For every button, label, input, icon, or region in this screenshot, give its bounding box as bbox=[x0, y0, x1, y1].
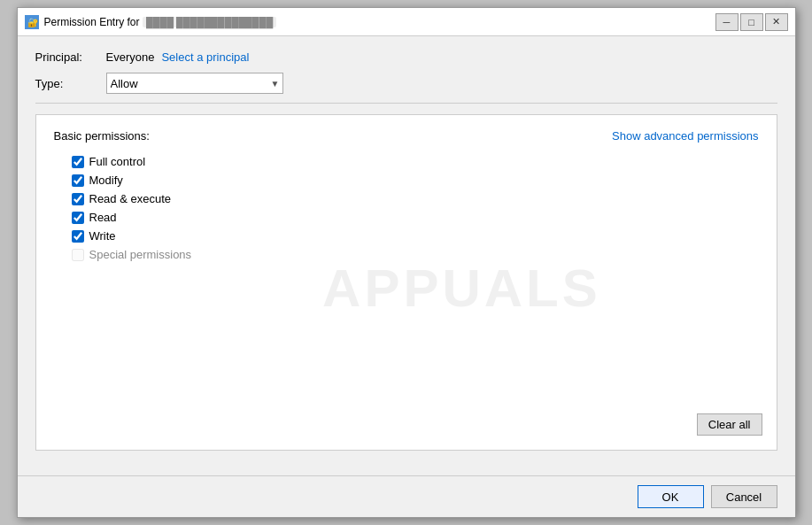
readexecute-label: Read & execute bbox=[89, 192, 172, 205]
close-button[interactable]: ✕ bbox=[765, 13, 788, 31]
write-label: Write bbox=[89, 229, 116, 243]
checkbox-fullcontrol[interactable]: Full control bbox=[72, 155, 759, 168]
permissions-header: Basic permissions: Show advanced permiss… bbox=[54, 129, 759, 143]
write-checkbox[interactable] bbox=[72, 230, 84, 243]
read-checkbox[interactable] bbox=[72, 212, 84, 224]
permissions-section: Basic permissions: Show advanced permiss… bbox=[35, 114, 777, 451]
type-label: Type: bbox=[35, 77, 106, 90]
dialog-footer: OK Cancel bbox=[18, 475, 795, 517]
section-divider bbox=[35, 103, 777, 104]
title-bar-text: Permission Entry for ████ ██████████████ bbox=[44, 16, 715, 28]
checkbox-modify[interactable]: Modify bbox=[72, 174, 759, 187]
minimize-button[interactable]: ─ bbox=[715, 13, 739, 31]
fullcontrol-checkbox[interactable] bbox=[72, 156, 84, 168]
principal-row: Principal: Everyone Select a principal bbox=[35, 50, 777, 64]
modify-label: Modify bbox=[89, 174, 123, 187]
watermark: APPUALS bbox=[322, 258, 601, 319]
title-bar-controls: ─ □ ✕ bbox=[715, 13, 788, 31]
fullcontrol-label: Full control bbox=[89, 155, 146, 168]
title-bar: 🔐 Permission Entry for ████ ████████████… bbox=[18, 8, 795, 36]
readexecute-checkbox[interactable] bbox=[72, 193, 84, 205]
maximize-button[interactable]: □ bbox=[740, 13, 763, 31]
permissions-title: Basic permissions: bbox=[54, 129, 150, 143]
special-label: Special permissions bbox=[89, 248, 192, 261]
read-label: Read bbox=[89, 211, 117, 224]
select-principal-link[interactable]: Select a principal bbox=[161, 50, 249, 64]
checkbox-readexecute[interactable]: Read & execute bbox=[72, 192, 759, 205]
cancel-button[interactable]: Cancel bbox=[711, 485, 777, 508]
principal-value: Everyone bbox=[106, 50, 155, 64]
dialog-window: 🔐 Permission Entry for ████ ████████████… bbox=[17, 7, 796, 518]
blurred-title: ████ ██████████████ bbox=[143, 17, 276, 27]
modify-checkbox[interactable] bbox=[72, 174, 84, 187]
show-advanced-link[interactable]: Show advanced permissions bbox=[612, 129, 758, 143]
dialog-icon: 🔐 bbox=[25, 15, 39, 29]
svg-text:🔐: 🔐 bbox=[27, 17, 39, 28]
clear-all-button[interactable]: Clear all bbox=[697, 413, 762, 436]
principal-label: Principal: bbox=[35, 50, 106, 64]
type-row: Type: AllowDeny ▼ bbox=[35, 73, 777, 94]
checkbox-list: Full control Modify Read & execute Read … bbox=[72, 155, 759, 261]
type-select[interactable]: AllowDeny bbox=[106, 73, 283, 94]
type-select-wrapper: AllowDeny ▼ bbox=[106, 73, 283, 94]
checkbox-write[interactable]: Write bbox=[72, 229, 759, 243]
dialog-body: Principal: Everyone Select a principal T… bbox=[18, 36, 795, 475]
ok-button[interactable]: OK bbox=[638, 485, 704, 508]
checkbox-read[interactable]: Read bbox=[72, 211, 759, 224]
special-checkbox[interactable] bbox=[72, 249, 84, 261]
checkbox-special[interactable]: Special permissions bbox=[72, 248, 759, 261]
